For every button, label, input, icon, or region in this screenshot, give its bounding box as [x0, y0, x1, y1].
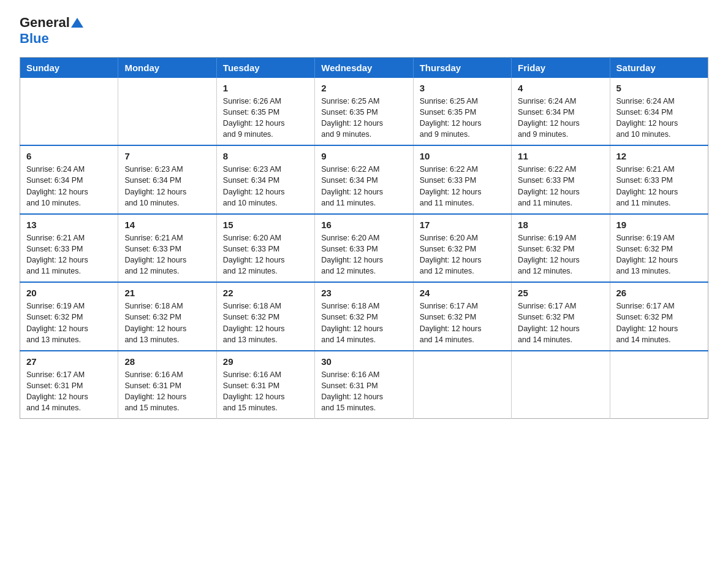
- calendar-cell: [512, 351, 610, 419]
- day-info: Sunrise: 6:19 AM Sunset: 6:32 PM Dayligh…: [616, 232, 702, 277]
- calendar-day-header: Monday: [118, 57, 216, 78]
- calendar-cell: 4Sunrise: 6:24 AM Sunset: 6:34 PM Daylig…: [512, 78, 610, 146]
- calendar-week-row: 1Sunrise: 6:26 AM Sunset: 6:35 PM Daylig…: [20, 78, 708, 146]
- calendar-cell: [118, 78, 216, 146]
- calendar-day-header: Thursday: [413, 57, 511, 78]
- day-number: 28: [124, 356, 210, 367]
- day-number: 30: [321, 356, 406, 367]
- calendar-cell: 6Sunrise: 6:24 AM Sunset: 6:34 PM Daylig…: [20, 145, 118, 214]
- day-info: Sunrise: 6:16 AM Sunset: 6:31 PM Dayligh…: [124, 369, 210, 414]
- calendar-cell: 25Sunrise: 6:17 AM Sunset: 6:32 PM Dayli…: [512, 282, 610, 351]
- page-header: General Blue: [20, 15, 708, 47]
- svg-marker-0: [71, 18, 83, 28]
- calendar-cell: [20, 78, 118, 146]
- day-number: 16: [321, 220, 406, 230]
- day-number: 25: [518, 288, 603, 298]
- calendar-cell: 11Sunrise: 6:22 AM Sunset: 6:33 PM Dayli…: [512, 145, 610, 214]
- day-info: Sunrise: 6:17 AM Sunset: 6:31 PM Dayligh…: [26, 369, 112, 414]
- calendar-cell: 28Sunrise: 6:16 AM Sunset: 6:31 PM Dayli…: [118, 351, 216, 419]
- day-info: Sunrise: 6:16 AM Sunset: 6:31 PM Dayligh…: [223, 369, 308, 414]
- calendar-day-header: Tuesday: [216, 57, 314, 78]
- day-number: 8: [223, 151, 308, 161]
- day-number: 10: [420, 151, 505, 161]
- logo-triangle-icon: [71, 17, 83, 29]
- calendar-day-header: Sunday: [20, 57, 118, 78]
- day-info: Sunrise: 6:21 AM Sunset: 6:33 PM Dayligh…: [26, 232, 112, 277]
- day-number: 17: [420, 220, 505, 230]
- day-info: Sunrise: 6:22 AM Sunset: 6:34 PM Dayligh…: [321, 164, 406, 209]
- calendar-cell: 10Sunrise: 6:22 AM Sunset: 6:33 PM Dayli…: [413, 145, 511, 214]
- day-info: Sunrise: 6:26 AM Sunset: 6:35 PM Dayligh…: [223, 96, 308, 140]
- day-number: 3: [420, 83, 505, 93]
- day-number: 12: [616, 151, 702, 161]
- logo-container: General Blue: [20, 15, 83, 47]
- day-number: 6: [26, 151, 112, 161]
- calendar-cell: 12Sunrise: 6:21 AM Sunset: 6:33 PM Dayli…: [610, 145, 708, 214]
- calendar-cell: 7Sunrise: 6:23 AM Sunset: 6:34 PM Daylig…: [118, 145, 216, 214]
- day-info: Sunrise: 6:24 AM Sunset: 6:34 PM Dayligh…: [26, 164, 112, 209]
- calendar-cell: 15Sunrise: 6:20 AM Sunset: 6:33 PM Dayli…: [216, 214, 314, 283]
- day-info: Sunrise: 6:19 AM Sunset: 6:32 PM Dayligh…: [518, 232, 603, 277]
- day-info: Sunrise: 6:21 AM Sunset: 6:33 PM Dayligh…: [124, 232, 210, 277]
- calendar-cell: 9Sunrise: 6:22 AM Sunset: 6:34 PM Daylig…: [315, 145, 413, 214]
- day-info: Sunrise: 6:20 AM Sunset: 6:33 PM Dayligh…: [321, 232, 406, 277]
- calendar-cell: 5Sunrise: 6:24 AM Sunset: 6:34 PM Daylig…: [610, 78, 708, 146]
- day-info: Sunrise: 6:18 AM Sunset: 6:32 PM Dayligh…: [124, 301, 210, 345]
- day-info: Sunrise: 6:22 AM Sunset: 6:33 PM Dayligh…: [518, 164, 603, 209]
- calendar-cell: 3Sunrise: 6:25 AM Sunset: 6:35 PM Daylig…: [413, 78, 511, 146]
- day-number: 26: [616, 288, 702, 298]
- day-info: Sunrise: 6:25 AM Sunset: 6:35 PM Dayligh…: [420, 96, 505, 140]
- calendar-cell: [610, 351, 708, 419]
- calendar-cell: [413, 351, 511, 419]
- day-number: 14: [124, 220, 210, 230]
- day-number: 21: [124, 288, 210, 298]
- calendar-table: SundayMondayTuesdayWednesdayThursdayFrid…: [20, 57, 708, 419]
- day-number: 19: [616, 220, 702, 230]
- calendar-cell: 1Sunrise: 6:26 AM Sunset: 6:35 PM Daylig…: [216, 78, 314, 146]
- calendar-cell: 22Sunrise: 6:18 AM Sunset: 6:32 PM Dayli…: [216, 282, 314, 351]
- day-number: 29: [223, 356, 308, 367]
- day-info: Sunrise: 6:18 AM Sunset: 6:32 PM Dayligh…: [321, 301, 406, 345]
- day-info: Sunrise: 6:17 AM Sunset: 6:32 PM Dayligh…: [616, 301, 702, 345]
- day-number: 22: [223, 288, 308, 298]
- calendar-cell: 2Sunrise: 6:25 AM Sunset: 6:35 PM Daylig…: [315, 78, 413, 146]
- day-info: Sunrise: 6:17 AM Sunset: 6:32 PM Dayligh…: [420, 301, 505, 345]
- day-info: Sunrise: 6:16 AM Sunset: 6:31 PM Dayligh…: [321, 369, 406, 414]
- day-info: Sunrise: 6:24 AM Sunset: 6:34 PM Dayligh…: [616, 96, 702, 140]
- day-number: 15: [223, 220, 308, 230]
- calendar-cell: 14Sunrise: 6:21 AM Sunset: 6:33 PM Dayli…: [118, 214, 216, 283]
- logo-general-text: General: [20, 15, 70, 31]
- day-info: Sunrise: 6:20 AM Sunset: 6:33 PM Dayligh…: [223, 232, 308, 277]
- day-info: Sunrise: 6:17 AM Sunset: 6:32 PM Dayligh…: [518, 301, 603, 345]
- day-info: Sunrise: 6:24 AM Sunset: 6:34 PM Dayligh…: [518, 96, 603, 140]
- calendar-cell: 21Sunrise: 6:18 AM Sunset: 6:32 PM Dayli…: [118, 282, 216, 351]
- day-number: 20: [26, 288, 112, 298]
- day-number: 4: [518, 83, 603, 93]
- calendar-week-row: 27Sunrise: 6:17 AM Sunset: 6:31 PM Dayli…: [20, 351, 708, 419]
- day-number: 2: [321, 83, 406, 93]
- calendar-cell: 20Sunrise: 6:19 AM Sunset: 6:32 PM Dayli…: [20, 282, 118, 351]
- day-info: Sunrise: 6:25 AM Sunset: 6:35 PM Dayligh…: [321, 96, 406, 140]
- day-number: 23: [321, 288, 406, 298]
- day-number: 9: [321, 151, 406, 161]
- calendar-cell: 8Sunrise: 6:23 AM Sunset: 6:34 PM Daylig…: [216, 145, 314, 214]
- day-number: 7: [124, 151, 210, 161]
- calendar-cell: 23Sunrise: 6:18 AM Sunset: 6:32 PM Dayli…: [315, 282, 413, 351]
- calendar-cell: 29Sunrise: 6:16 AM Sunset: 6:31 PM Dayli…: [216, 351, 314, 419]
- calendar-week-row: 13Sunrise: 6:21 AM Sunset: 6:33 PM Dayli…: [20, 214, 708, 283]
- calendar-week-row: 6Sunrise: 6:24 AM Sunset: 6:34 PM Daylig…: [20, 145, 708, 214]
- calendar-cell: 27Sunrise: 6:17 AM Sunset: 6:31 PM Dayli…: [20, 351, 118, 419]
- day-number: 24: [420, 288, 505, 298]
- day-info: Sunrise: 6:22 AM Sunset: 6:33 PM Dayligh…: [420, 164, 505, 209]
- calendar-cell: 19Sunrise: 6:19 AM Sunset: 6:32 PM Dayli…: [610, 214, 708, 283]
- day-info: Sunrise: 6:23 AM Sunset: 6:34 PM Dayligh…: [223, 164, 308, 209]
- calendar-week-row: 20Sunrise: 6:19 AM Sunset: 6:32 PM Dayli…: [20, 282, 708, 351]
- day-info: Sunrise: 6:19 AM Sunset: 6:32 PM Dayligh…: [26, 301, 112, 345]
- calendar-day-header: Saturday: [610, 57, 708, 78]
- calendar-cell: 13Sunrise: 6:21 AM Sunset: 6:33 PM Dayli…: [20, 214, 118, 283]
- day-number: 11: [518, 151, 603, 161]
- day-number: 1: [223, 83, 308, 93]
- calendar-cell: 18Sunrise: 6:19 AM Sunset: 6:32 PM Dayli…: [512, 214, 610, 283]
- day-number: 5: [616, 83, 702, 93]
- calendar-cell: 26Sunrise: 6:17 AM Sunset: 6:32 PM Dayli…: [610, 282, 708, 351]
